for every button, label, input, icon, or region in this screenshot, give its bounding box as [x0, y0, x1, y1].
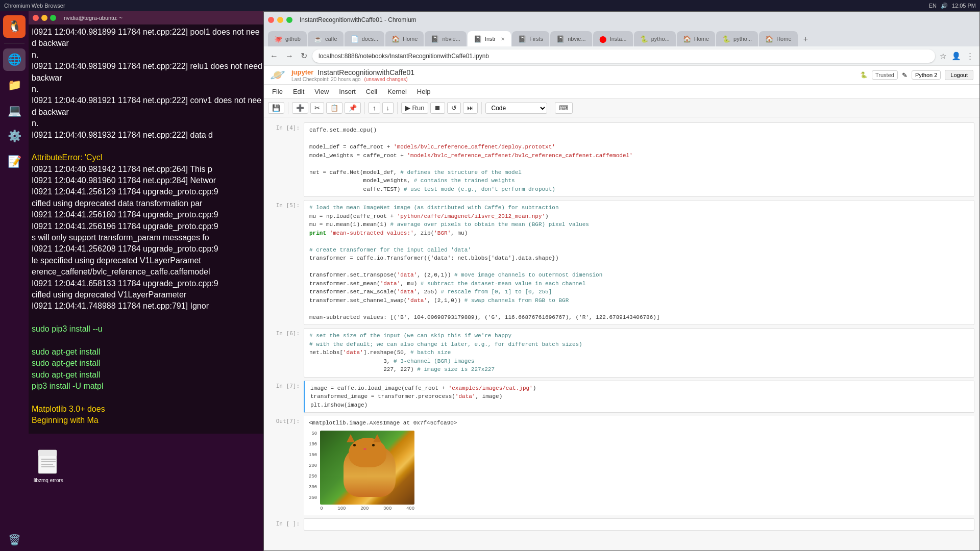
menu-icon[interactable]: ⋮	[965, 50, 975, 62]
copy-button[interactable]: 📋	[326, 102, 342, 114]
tab-instant-close[interactable]: ✕	[501, 36, 505, 42]
run-all-button[interactable]: ⏭	[463, 102, 478, 114]
python-version-label: Python 2	[912, 70, 941, 80]
tab-home1[interactable]: 🏠 Home	[385, 31, 424, 46]
text-editor-app-icon[interactable]: 📝	[3, 151, 26, 173]
tab-python1[interactable]: 🐍 pytho...	[634, 31, 676, 46]
terminal-line: I0921 12:04:40.981921 11784 net.cpp:222]…	[32, 95, 262, 118]
files-manager-icon[interactable]: 📁	[3, 74, 26, 96]
install-favicon: ⬤	[599, 35, 607, 43]
terminal-close-btn[interactable]	[33, 15, 39, 21]
menu-file[interactable]: File	[268, 87, 287, 96]
pencil-icon[interactable]: ✎	[902, 71, 908, 79]
terminal-line: sudo pip3 install --u	[32, 323, 262, 335]
star-icon[interactable]: ☆	[938, 50, 948, 62]
terminal-min-btn[interactable]	[41, 15, 47, 21]
run-button[interactable]: ▶ Run	[401, 102, 428, 114]
terminal-line	[32, 335, 262, 346]
tab-docs[interactable]: 📄 docs...	[345, 31, 384, 46]
terminal-app-icon[interactable]: 💻	[3, 99, 26, 122]
terminal-line: Matplotlib 3.0+ does	[32, 404, 262, 415]
x-label: 300	[383, 506, 391, 513]
logout-button[interactable]: Logout	[945, 70, 973, 80]
terminal-line: le specified using deprecated V1LayerPar…	[32, 255, 262, 266]
cell-in6-content[interactable]: # set the size of the input (we can skip…	[304, 328, 974, 378]
menu-insert[interactable]: Insert	[335, 87, 360, 96]
code-line: net.blobs['data'].reshape(50, # batch si…	[309, 348, 969, 357]
code-line: 3, # 3-channel (BGR) images	[309, 357, 969, 366]
terminal-max-btn[interactable]	[50, 15, 56, 21]
user-icon[interactable]: 👤	[950, 50, 963, 62]
move-down-button[interactable]: ↓	[382, 102, 394, 114]
code-line: transformer = caffe.io.Transformer({'dat…	[309, 254, 969, 263]
code-line: # with the default; we can also change i…	[309, 340, 969, 349]
tab-instant[interactable]: 📓 Instr ✕	[468, 31, 511, 46]
cell-in4-content[interactable]: caffe.set_mode_cpu() model_def = caffe_r…	[304, 122, 974, 197]
menu-cell[interactable]: Cell	[362, 87, 381, 96]
chrome-min-btn[interactable]	[277, 17, 283, 23]
cell-in5: In [5]: # load the mean ImageNet image (…	[269, 200, 974, 325]
interrupt-button[interactable]: ⏹	[430, 102, 445, 114]
tab-nbviewer2[interactable]: 📓 nbvie...	[550, 31, 592, 46]
settings-app-icon[interactable]: ⚙️	[3, 125, 26, 147]
y-axis: 50 100 150 200 250 300 350	[309, 431, 318, 513]
svg-rect-1	[38, 450, 57, 456]
terminal-line: cifled using deprecated data transformat…	[32, 198, 262, 209]
menu-kernel[interactable]: Kernel	[383, 87, 411, 96]
tab-install[interactable]: ⬤ Insta...	[593, 31, 633, 46]
tab-home3[interactable]: 🏠 Home	[759, 31, 797, 46]
tab-firsts[interactable]: 📓 Firsts	[512, 31, 549, 46]
libzmq-errors-icon[interactable]: libzmq errors	[34, 449, 63, 483]
tab-github[interactable]: 🐙 github	[268, 31, 307, 46]
chrome-max-btn[interactable]	[286, 17, 292, 23]
back-button[interactable]: ←	[268, 49, 280, 63]
trash-app-icon[interactable]: 🗑️	[3, 529, 26, 551]
cell-in5-content[interactable]: # load the mean ImageNet image (as distr…	[304, 200, 974, 325]
chrome-window-title: InstantRecognitionwithCaffe01 - Chromium	[300, 16, 416, 23]
cell-type-select[interactable]: Code Markdown Raw NBConvert	[485, 103, 547, 114]
firsts-favicon: 📓	[518, 35, 526, 43]
cat-ear-left	[347, 434, 355, 442]
terminal-line: I0921 12:04:40.981932 11784 net.cpp:222]…	[32, 130, 262, 141]
chrome-close-btn[interactable]	[268, 17, 274, 23]
notebook-cells[interactable]: In [4]: caffe.set_mode_cpu() model_def =…	[264, 117, 979, 550]
chromium-icon[interactable]: 🌐	[3, 48, 26, 71]
forward-button[interactable]: →	[283, 49, 296, 63]
topbar-right: EN 🔊 12:05 PM	[929, 3, 976, 9]
paste-button[interactable]: 📌	[345, 102, 361, 114]
save-button[interactable]: 💾	[268, 102, 284, 114]
os-topbar: Chromium Web Browser EN 🔊 12:05 PM	[0, 0, 980, 11]
terminal-titlebar: nvidia@tegra-ubuntu: ~	[29, 11, 265, 24]
menu-edit[interactable]: Edit	[289, 87, 308, 96]
jupyter-logo-icon: 🪐	[270, 68, 285, 82]
ubuntu-launcher-icon[interactable]: 🐧	[3, 15, 26, 38]
tab-caffe[interactable]: ☕ caffe	[308, 31, 344, 46]
terminal-title: nvidia@tegra-ubuntu: ~	[64, 15, 122, 21]
cat-eye-left	[353, 444, 356, 446]
terminal-line: sudo apt-get install	[32, 358, 262, 369]
tab-python2[interactable]: 🐍 pytho...	[716, 31, 758, 46]
cell-in7-content[interactable]: image = caffe.io.load_image(caffe_root +…	[304, 381, 974, 413]
tab-home2-label: Home	[694, 36, 709, 42]
terminal-content[interactable]: I0921 12:04:40.981899 11784 net.cpp:222]…	[29, 24, 265, 434]
add-cell-button[interactable]: ➕	[292, 102, 308, 114]
menu-view[interactable]: View	[310, 87, 333, 96]
tab-nbviewer1-label: nbvie...	[442, 36, 460, 42]
terminal-line: I0921 12:04:41.256208 11784 upgrade_prot…	[32, 243, 262, 255]
home1-favicon: 🏠	[391, 35, 400, 43]
restart-button[interactable]: ↺	[447, 102, 461, 114]
cell-empty-label: In [ ]:	[269, 518, 300, 531]
tab-home2[interactable]: 🏠 Home	[677, 31, 715, 46]
tab-nbviewer1[interactable]: 📓 nbvie...	[425, 31, 466, 46]
notebook-title[interactable]: InstantRecognitionwithCaffe01	[317, 68, 414, 77]
url-input[interactable]	[312, 49, 935, 63]
terminal-line: I0921 12:04:40.981899 11784 net.cpp:222]…	[32, 27, 262, 49]
cut-button[interactable]: ✂	[310, 102, 324, 114]
menu-help[interactable]: Help	[413, 87, 435, 96]
cell-empty-content[interactable]	[304, 518, 974, 531]
move-up-button[interactable]: ↑	[369, 102, 380, 114]
keyboard-shortcuts-button[interactable]: ⌨	[555, 102, 573, 114]
reload-button[interactable]: ↻	[299, 49, 309, 63]
new-tab-button[interactable]: +	[799, 32, 813, 46]
code-line: mean-subtracted values: [('B', 104.00698…	[309, 313, 969, 322]
